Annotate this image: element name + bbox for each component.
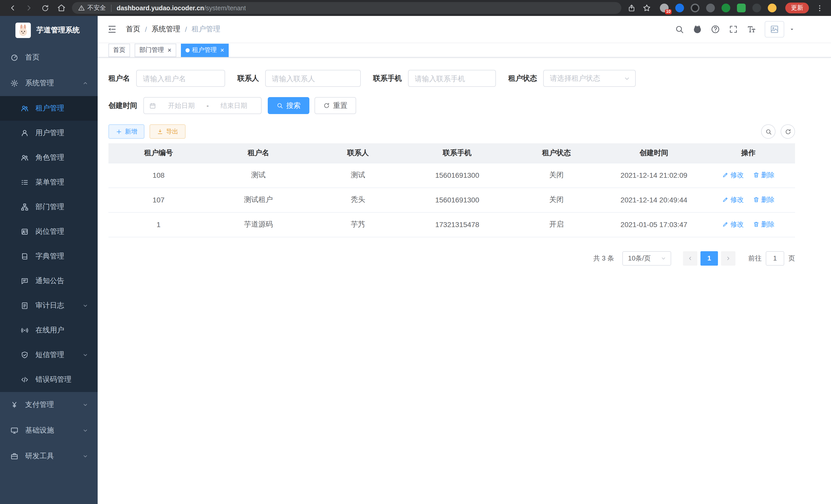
close-icon[interactable]: × [220,47,224,53]
search-icon [277,102,283,109]
next-page-button[interactable] [721,251,736,265]
profile-avatar[interactable] [768,4,776,12]
status-placeholder: 请选择租户状态 [550,74,600,83]
sidebar-item-online-user[interactable]: 在线用户 [0,318,98,343]
search-icon[interactable] [675,25,684,34]
reset-button[interactable]: 重置 [315,97,356,114]
sidebar-item-user[interactable]: 用户管理 [0,121,98,145]
export-button[interactable]: 导出 [149,124,185,139]
extension-icon-5[interactable] [721,4,730,12]
status-select[interactable]: 请选择租户状态 [543,70,636,87]
browser-reload-icon[interactable] [41,4,49,12]
address-bar[interactable]: 不安全 dashboard.yudao.iocoder.cn/system/te… [72,2,621,14]
prev-page-button[interactable] [683,251,697,265]
extension-puzzle-icon[interactable] [752,4,761,12]
refresh-icon [323,102,330,109]
security-warning-icon[interactable] [78,5,85,11]
sidebar-item-tenant[interactable]: 租户管理 [0,96,98,121]
app-logo[interactable]: 芋道管理系统 [0,16,98,45]
delete-link[interactable]: 删除 [753,171,774,180]
edit-label: 修改 [730,171,744,180]
sidebar-item-post[interactable]: 岗位管理 [0,219,98,244]
sidebar-item-dict[interactable]: 字典管理 [0,244,98,269]
delete-link[interactable]: 删除 [753,220,774,229]
table-header-row: 租户编号 租户名 联系人 联系手机 租户状态 创建时间 操作 [109,143,795,163]
cell-tenant-id: 107 [109,187,209,212]
github-icon[interactable] [693,25,702,34]
delete-link[interactable]: 删除 [753,195,774,205]
extension-icon-6[interactable] [737,4,746,12]
browser-nav-controls [5,4,66,12]
sidebar-item-label: 首页 [25,53,39,62]
refresh-icon [784,128,791,135]
help-icon[interactable] [711,25,720,34]
browser-menu-icon[interactable] [815,4,824,12]
edit-link[interactable]: 修改 [722,171,744,180]
browser-back-icon[interactable] [8,4,17,12]
edit-icon [722,197,729,203]
log-document-icon [21,302,29,310]
fullscreen-icon[interactable] [729,25,738,34]
cell-tenant-id: 108 [109,163,209,187]
show-search-button[interactable] [761,124,775,139]
user-avatar[interactable] [765,21,784,37]
chevron-right-icon [725,255,731,261]
extension-icon-2[interactable] [675,4,684,12]
page-size-select[interactable]: 10条/页 [622,251,671,265]
phone-input[interactable] [408,70,496,87]
sidebar-item-error-code[interactable]: 错误码管理 [0,367,98,392]
bookmark-star-icon[interactable] [642,4,651,12]
sidebar-item-label: 菜单管理 [35,178,64,187]
edit-link[interactable]: 修改 [722,220,744,229]
add-button[interactable]: 新增 [109,124,144,139]
sidebar-item-sms[interactable]: 短信管理 [0,343,98,367]
app-title: 芋道管理系统 [36,26,80,35]
goto-page-input[interactable] [766,251,784,265]
sidebar-item-devtools[interactable]: 研发工具 [0,443,98,469]
edit-link[interactable]: 修改 [722,195,744,205]
breadcrumb-home[interactable]: 首页 [126,25,140,34]
sidebar-item-infra[interactable]: 基础设施 [0,418,98,443]
sidebar-item-notice[interactable]: 通知公告 [0,269,98,293]
sidebar-item-label: 研发工具 [25,452,54,461]
sidebar-item-dept[interactable]: 部门管理 [0,195,98,219]
breadcrumb-system[interactable]: 系统管理 [152,25,180,34]
extension-icon-1[interactable]: 10 [660,4,668,12]
caret-down-icon[interactable] [789,26,795,32]
url-text[interactable]: dashboard.yudao.iocoder.cn/system/tenant [117,4,246,11]
chevron-down-icon [82,453,88,459]
sidebar-item-home[interactable]: 首页 [0,45,98,70]
divider [111,4,112,11]
chrome-update-button[interactable]: 更新 [785,3,809,13]
extension-icon-3[interactable] [691,4,699,12]
contact-input[interactable] [265,70,361,87]
font-size-icon[interactable] [747,25,756,34]
content-area: 首页 / 系统管理 / 租户管理 首页 [98,16,831,504]
browser-forward-icon[interactable] [25,4,33,12]
sidebar-item-system[interactable]: 系统管理 [0,70,98,96]
sidebar-item-audit-log[interactable]: 审计日志 [0,293,98,318]
tab-home[interactable]: 首页 [109,43,130,57]
broken-image-icon [770,25,779,34]
page-number-button[interactable]: 1 [700,251,718,265]
search-button[interactable]: 搜索 [268,97,309,114]
sidebar-item-role[interactable]: 角色管理 [0,145,98,170]
close-icon[interactable]: × [168,47,171,53]
security-label[interactable]: 不安全 [87,4,106,12]
tab-dept[interactable]: 部门管理× [135,43,176,57]
system-submenu: 租户管理 用户管理 角色管理 菜单管理 [0,96,98,392]
cell-tenant-name: 测试 [209,163,308,187]
extension-icon-4[interactable] [706,4,715,12]
sidebar-toggle-icon[interactable] [107,24,117,34]
tenant-name-input[interactable] [136,70,225,87]
search-icon [765,128,772,135]
share-icon[interactable] [628,4,636,12]
edit-icon [722,221,729,228]
browser-home-icon[interactable] [57,4,66,12]
sidebar-item-menu[interactable]: 菜单管理 [0,170,98,195]
app: 芋道管理系统 首页 系统管理 租户管理 [0,16,831,504]
tab-tenant[interactable]: 租户管理× [181,43,229,57]
sidebar-item-pay[interactable]: 支付管理 [0,392,98,418]
refresh-table-button[interactable] [781,124,795,139]
create-time-range-picker[interactable]: 开始日期 - 结束日期 [143,97,262,114]
